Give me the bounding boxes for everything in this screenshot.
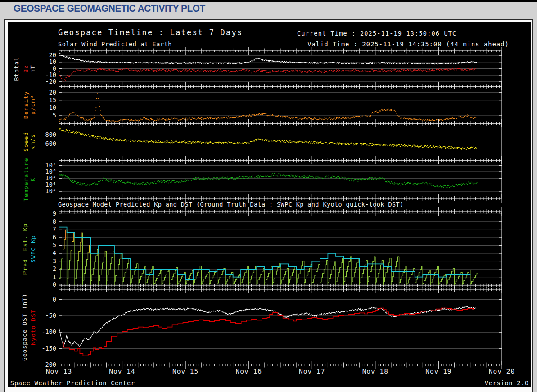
panel-ylabel-speed: Speed [23, 132, 29, 152]
series-imf-dots [59, 68, 476, 81]
date-label: Nov 15 [165, 368, 206, 375]
y-tick-label: 8 [28, 218, 56, 225]
date-label: Nov 13 [39, 368, 79, 375]
series-pred-est-kp [64, 239, 91, 252]
panel-ylabel-density: Density [23, 91, 29, 119]
y-tick-label: 9 [28, 210, 56, 217]
panel-ylabel-density: p/cm³ [29, 95, 36, 115]
date-label: Nov 19 [418, 368, 459, 375]
date-label: Nov 16 [229, 368, 269, 375]
panel-ylabel-temp: Temperature [23, 158, 29, 201]
panel-ylabel-kp: Pred. Est. Kp [22, 223, 28, 275]
y-tick-label: 10³ [28, 187, 56, 194]
date-label: Nov 14 [102, 368, 143, 375]
panel-ylabel-dst: Kyoto DST [30, 309, 36, 345]
panel-ylabel-imf: Btotal [13, 57, 20, 81]
date-label: Nov 18 [355, 368, 396, 375]
valid-time-label: Valid Time : 2025-11-19 14:35:00 (44 min… [307, 41, 509, 48]
date-label: Nov 20 [482, 368, 522, 375]
y-tick-label: -150 [28, 345, 56, 352]
panel-ylabel-imf: nT [29, 65, 36, 73]
timeline-chart-svg [0, 0, 537, 392]
current-time-label: Current Time : 2025-11-19 13:50:06 UTC [297, 30, 456, 37]
y-tick-label: 0 [28, 281, 56, 288]
y-tick-label: 7 [28, 225, 56, 233]
series-imf-dots [59, 53, 477, 64]
panel-ylabel-kp: SWPC Kp [30, 235, 36, 263]
panel-ylabel-temp: K [29, 177, 36, 181]
panel-ylabel-speed: km/s [29, 134, 36, 149]
series-pred-est-kp [63, 249, 122, 261]
y-tick-label: 0 [28, 296, 56, 303]
solar-wind-subtitle: Solar Wind Predicted at Earth [58, 41, 172, 48]
date-label: Nov 17 [292, 368, 332, 375]
geospace-activity-page: GEOSPACE GEOMAGNETIC ACTIVITY PLOT Geosp… [0, 0, 537, 392]
series-speed-dots [59, 128, 477, 149]
plot-title: Geospace Timeline : Latest 7 Days [58, 28, 243, 37]
kp-dst-section-title: Geospace Model Predicted Kp and DST (Gro… [58, 201, 404, 208]
panel-ylabel-imf: Bz [23, 65, 29, 73]
series-pred-est-kp [59, 230, 478, 285]
y-tick-label: 10 [28, 58, 56, 65]
panel-ylabel-dst: Geospace DST (nT) [21, 293, 28, 361]
version-label: Version 2.0 [485, 379, 529, 387]
swpc-credit: Space Weather Prediction Center [10, 379, 135, 387]
y-tick-label: -20 [28, 78, 56, 85]
y-tick-label: 2 [28, 265, 56, 272]
y-tick-label: 1 [28, 273, 56, 280]
y-tick-label: -200 [28, 361, 56, 368]
series-geospace-dst [59, 306, 476, 347]
series-temp-dots [59, 174, 477, 188]
y-tick-label: 20 [28, 51, 56, 59]
